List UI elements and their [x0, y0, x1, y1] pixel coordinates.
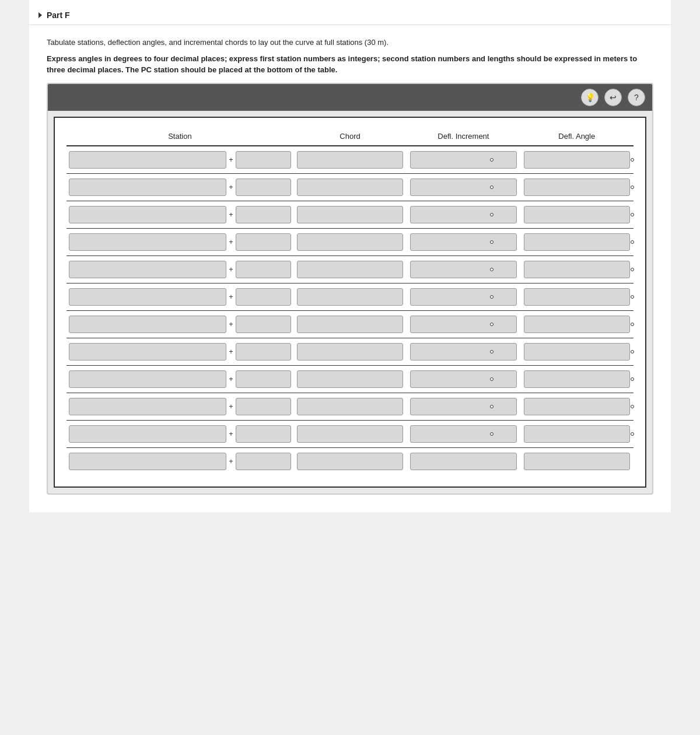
station-input-left-7[interactable] [69, 316, 226, 333]
defl-inc-input-6[interactable] [410, 288, 516, 306]
chord-input-4[interactable] [297, 233, 403, 251]
circle-6 [631, 295, 634, 299]
circle-7 [631, 323, 634, 326]
table-row: + [66, 146, 634, 174]
defl-angle-input-6[interactable] [524, 288, 630, 306]
content-area: Tabulate stations, deflection angles, an… [29, 25, 671, 506]
defl-angle-cell-7 [520, 314, 634, 335]
hint-button[interactable]: 💡 [581, 89, 598, 106]
help-button[interactable]: ? [628, 89, 645, 106]
station-input-right-8[interactable] [236, 343, 291, 360]
station-input-right-4[interactable] [236, 233, 291, 251]
defl-inc-input-9[interactable] [410, 370, 516, 388]
chord-input-8[interactable] [297, 343, 403, 360]
station-input-right-7[interactable] [236, 316, 291, 333]
chord-cell-8 [293, 341, 407, 362]
defl-angle-input-3[interactable] [524, 206, 630, 223]
station-input-left-3[interactable] [69, 206, 226, 223]
circle-1 [631, 158, 634, 162]
station-input-left-5[interactable] [69, 261, 226, 278]
defl-angle-input-12[interactable] [524, 453, 630, 470]
col-header-station: Station [66, 130, 293, 143]
plus-sign: + [229, 320, 233, 328]
defl-angle-cell-12 [520, 451, 634, 472]
defl-inc-input-11[interactable] [410, 425, 516, 443]
station-input-right-10[interactable] [236, 398, 291, 415]
station-cell: + [66, 396, 293, 417]
station-cell: + [66, 232, 293, 253]
chord-input-2[interactable] [297, 178, 403, 196]
defl-angle-input-5[interactable] [524, 261, 630, 278]
circle-col3-4 [490, 240, 494, 244]
collapse-icon[interactable] [38, 12, 42, 18]
defl-angle-cell-5 [520, 259, 634, 280]
station-input-left-11[interactable] [69, 425, 226, 443]
defl-angle-input-1[interactable] [524, 151, 630, 169]
chord-input-9[interactable] [297, 370, 403, 388]
plus-sign: + [229, 183, 233, 191]
defl-angle-input-10[interactable] [524, 398, 630, 415]
chord-input-12[interactable] [297, 453, 403, 470]
station-input-right-1[interactable] [236, 151, 291, 169]
station-input-left-12[interactable] [69, 453, 226, 470]
chord-input-11[interactable] [297, 425, 403, 443]
defl-angle-input-8[interactable] [524, 343, 630, 360]
station-input-left-6[interactable] [69, 288, 226, 306]
chord-input-7[interactable] [297, 316, 403, 333]
circle-9 [631, 377, 634, 381]
defl-inc-input-8[interactable] [410, 343, 516, 360]
plus-sign: + [229, 210, 233, 219]
defl-inc-input-3[interactable] [410, 206, 516, 223]
defl-inc-input-10[interactable] [410, 398, 516, 415]
description-line2: Express angles in degrees to four decima… [47, 53, 653, 76]
defl-inc-input-2[interactable] [410, 178, 516, 196]
table-row: + [66, 366, 634, 393]
station-input-right-2[interactable] [236, 178, 291, 196]
station-input-left-2[interactable] [69, 178, 226, 196]
circle-2 [631, 186, 634, 189]
station-input-right-5[interactable] [236, 261, 291, 278]
station-input-right-12[interactable] [236, 453, 291, 470]
station-input-right-9[interactable] [236, 370, 291, 388]
defl-inc-cell-9 [407, 369, 520, 390]
undo-button[interactable]: ↩ [604, 89, 622, 106]
station-input-left-10[interactable] [69, 398, 226, 415]
defl-angle-input-7[interactable] [524, 316, 630, 333]
defl-inc-input-12[interactable] [410, 453, 516, 470]
defl-angle-cell-1 [520, 149, 634, 170]
station-input-left-8[interactable] [69, 343, 226, 360]
defl-angle-cell-11 [520, 424, 634, 444]
chord-cell-11 [293, 424, 407, 444]
defl-angle-input-9[interactable] [524, 370, 630, 388]
station-cell: + [66, 204, 293, 225]
station-input-right-6[interactable] [236, 288, 291, 306]
defl-inc-input-1[interactable] [410, 151, 516, 169]
circle-col3-8 [490, 350, 494, 354]
station-input-left-4[interactable] [69, 233, 226, 251]
defl-inc-input-5[interactable] [410, 261, 516, 278]
station-cell: + [66, 424, 293, 444]
station-cell: + [66, 314, 293, 335]
circle-col3-10 [490, 405, 494, 408]
chord-input-10[interactable] [297, 398, 403, 415]
station-input-left-1[interactable] [69, 151, 226, 169]
chord-input-1[interactable] [297, 151, 403, 169]
defl-inc-input-4[interactable] [410, 233, 516, 251]
circle-col3-11 [490, 432, 494, 436]
defl-inc-input-7[interactable] [410, 316, 516, 333]
defl-inc-cell-11 [407, 424, 520, 444]
defl-angle-cell-3 [520, 204, 634, 225]
chord-input-3[interactable] [297, 206, 403, 223]
station-input-right-3[interactable] [236, 206, 291, 223]
station-input-right-11[interactable] [236, 425, 291, 443]
station-cell: + [66, 286, 293, 307]
col-header-defl-increment: Defl. Increment [407, 130, 520, 143]
chord-input-6[interactable] [297, 288, 403, 306]
chord-input-5[interactable] [297, 261, 403, 278]
defl-inc-cell-10 [407, 396, 520, 417]
defl-angle-input-4[interactable] [524, 233, 630, 251]
chord-cell-5 [293, 259, 407, 280]
defl-angle-input-2[interactable] [524, 178, 630, 196]
defl-angle-input-11[interactable] [524, 425, 630, 443]
station-input-left-9[interactable] [69, 370, 226, 388]
